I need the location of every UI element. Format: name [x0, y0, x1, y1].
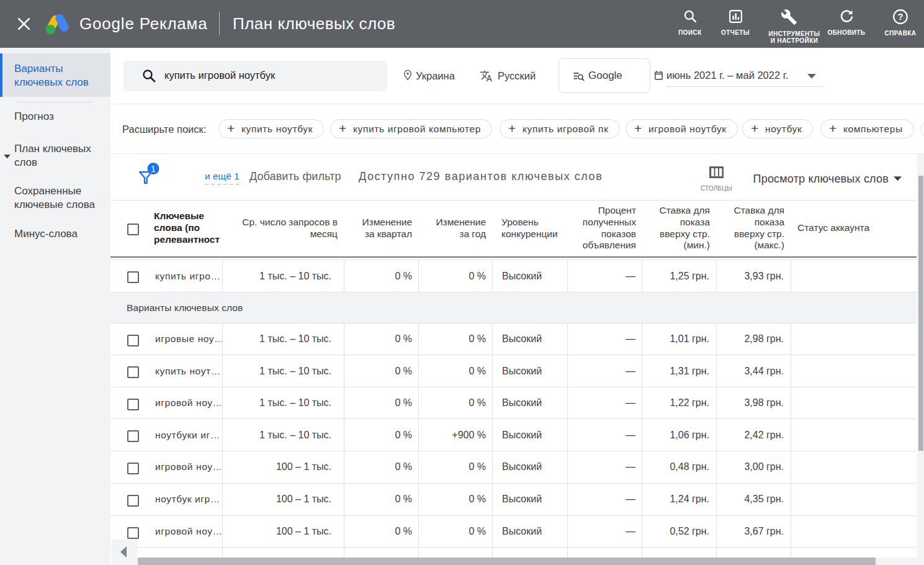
svg-text:?: ?: [898, 12, 904, 22]
svg-text:1: 1: [151, 164, 156, 174]
